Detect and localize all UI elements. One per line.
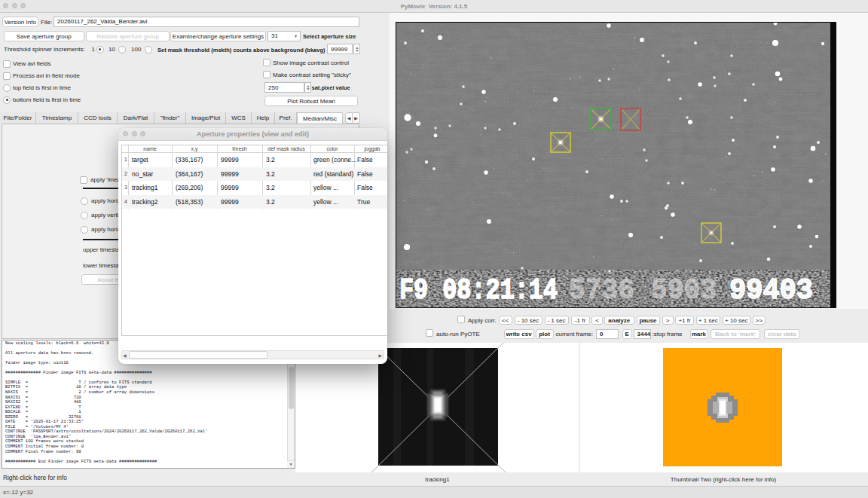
svg-text:99403: 99403 xyxy=(729,274,813,307)
svg-text:5736 5903: 5736 5903 xyxy=(569,274,717,307)
svg-text:F9 08:21:14: F9 08:21:14 xyxy=(399,274,558,307)
